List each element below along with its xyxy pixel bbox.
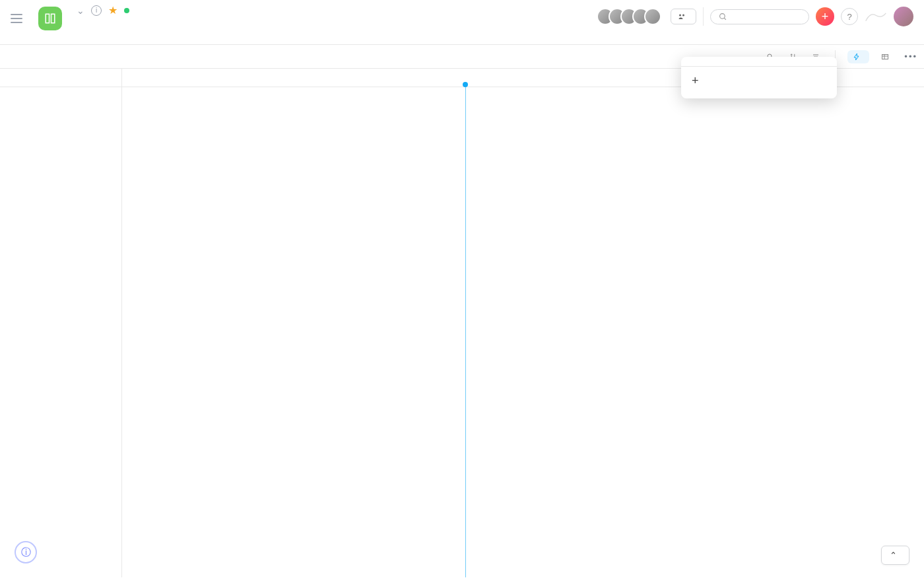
rules-icon — [853, 53, 861, 61]
help-icon[interactable]: ? — [841, 8, 858, 25]
sidebar-toggle[interactable] — [11, 9, 29, 28]
add-rule-button[interactable]: + — [681, 69, 837, 92]
svg-point-2 — [679, 15, 681, 17]
search-input[interactable] — [710, 9, 809, 24]
chevron-up-icon: ⌃ — [890, 550, 897, 560]
rules-button[interactable] — [847, 50, 869, 63]
member-avatars[interactable] — [602, 8, 664, 25]
svg-line-5 — [724, 18, 726, 20]
share-button[interactable] — [671, 9, 696, 24]
fields-button[interactable] — [881, 53, 892, 61]
today-line — [465, 87, 466, 577]
info-icon: ⓘ — [21, 546, 31, 559]
celebration-icon — [865, 9, 887, 24]
project-status[interactable] — [124, 8, 133, 13]
view-unscheduled-button[interactable]: ⌃ — [881, 546, 909, 565]
svg-rect-1 — [51, 14, 55, 23]
more-options-icon[interactable]: ••• — [904, 52, 917, 61]
project-icon[interactable] — [38, 7, 62, 30]
svg-rect-8 — [882, 54, 888, 59]
user-avatar[interactable] — [894, 7, 913, 26]
help-fab[interactable]: ⓘ — [15, 541, 37, 563]
favorite-star-icon[interactable]: ★ — [108, 4, 117, 17]
project-menu-chevron-icon[interactable]: ⌄ — [77, 5, 84, 16]
fields-icon — [881, 53, 889, 61]
today-marker-icon — [463, 82, 468, 87]
svg-point-3 — [682, 15, 684, 17]
rules-popover: + — [681, 57, 837, 98]
plus-icon: + — [692, 76, 699, 85]
status-dot-icon — [124, 8, 129, 13]
info-icon[interactable]: i — [91, 5, 102, 16]
svg-rect-0 — [46, 14, 49, 23]
create-button[interactable]: + — [816, 7, 834, 26]
svg-point-4 — [720, 13, 725, 18]
